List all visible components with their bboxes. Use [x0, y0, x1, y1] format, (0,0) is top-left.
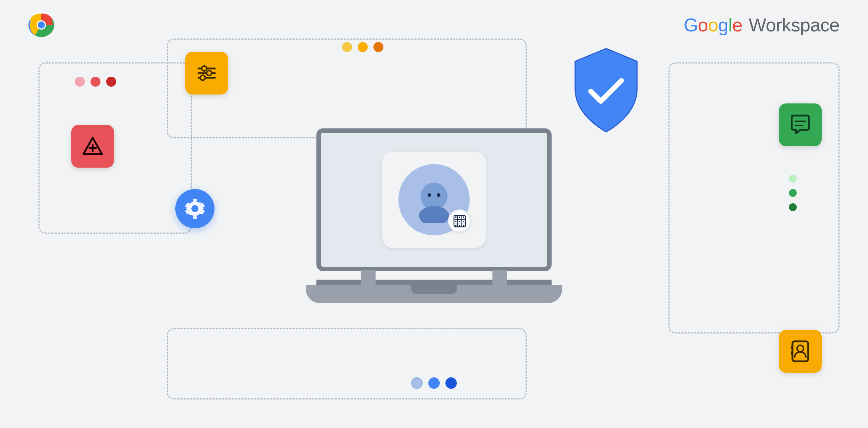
shield-icon	[569, 46, 644, 135]
chat-icon	[787, 112, 813, 138]
svg-rect-23	[791, 346, 793, 349]
svg-rect-38	[459, 221, 460, 222]
laptop-pole-left	[361, 270, 376, 295]
laptop-base	[306, 285, 562, 307]
svg-rect-41	[459, 225, 460, 226]
building-icon	[453, 214, 467, 228]
dot-left-1	[75, 77, 85, 87]
svg-point-44	[191, 205, 198, 212]
svg-rect-37	[455, 221, 456, 222]
dot-right-1	[789, 175, 797, 183]
svg-point-10	[38, 21, 45, 29]
svg-point-15	[207, 71, 212, 76]
shield-widget	[569, 46, 644, 135]
laptop-notch	[411, 285, 457, 294]
svg-rect-35	[459, 216, 460, 218]
dot-right-2	[789, 189, 797, 197]
settings-sliders-widget	[185, 52, 228, 95]
dots-top	[342, 42, 383, 52]
svg-point-25	[420, 183, 448, 210]
laptop-screen-container	[306, 128, 562, 285]
dot-top-1	[342, 42, 352, 52]
dashed-box-right	[668, 62, 839, 333]
dots-bottom	[411, 377, 457, 389]
building-badge	[448, 209, 471, 233]
alert-add-widget	[71, 125, 114, 168]
svg-rect-42	[463, 225, 464, 226]
gear-icon	[183, 197, 207, 221]
settings-sliders-icon	[194, 61, 219, 86]
svg-point-16	[200, 75, 205, 80]
gear-widget	[175, 189, 215, 228]
dot-top-3	[373, 42, 383, 52]
alert-add-icon	[80, 133, 105, 159]
person-card	[382, 152, 486, 248]
main-illustration: GoogleWorkspace	[0, 0, 868, 428]
dashed-box-bottom	[167, 328, 527, 399]
svg-point-28	[437, 193, 440, 197]
laptop-bezel	[316, 128, 552, 271]
contacts-widget	[779, 330, 822, 373]
laptop	[306, 128, 562, 307]
svg-point-14	[202, 66, 207, 71]
svg-rect-34	[455, 216, 456, 218]
chrome-icon-v2	[29, 12, 54, 38]
laptop-pole-right	[492, 270, 507, 295]
dot-top-2	[358, 42, 368, 52]
dots-right-vertical	[789, 175, 797, 211]
dot-bottom-2	[428, 377, 440, 389]
google-workspace-logo: GoogleWorkspace	[684, 14, 839, 36]
svg-rect-40	[455, 225, 456, 226]
svg-point-26	[419, 206, 449, 223]
svg-point-27	[428, 193, 431, 197]
svg-rect-39	[463, 221, 464, 222]
laptop-screen	[321, 133, 547, 267]
svg-point-22	[797, 345, 804, 352]
svg-rect-36	[463, 216, 464, 218]
laptop-base-panel	[306, 285, 562, 303]
svg-rect-24	[791, 351, 793, 355]
dot-bottom-3	[445, 377, 457, 389]
dots-left	[75, 77, 116, 87]
dot-right-3	[789, 203, 797, 211]
google-workspace-text: GoogleWorkspace	[684, 15, 839, 35]
person-avatar	[398, 164, 470, 235]
chrome-enterprise-logo	[29, 12, 93, 38]
chat-widget	[779, 103, 822, 146]
contacts-icon	[787, 338, 813, 364]
dot-left-3	[106, 77, 116, 87]
dot-bottom-1	[411, 377, 423, 389]
dot-left-2	[91, 77, 100, 87]
laptop-hinge	[316, 280, 552, 285]
